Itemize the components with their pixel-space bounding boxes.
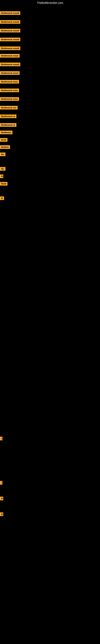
bottleneck-badge-wrapper: Bottleneck result <box>0 62 20 67</box>
bottleneck-result-badge: Bottleneck result <box>0 11 20 15</box>
bottleneck-result-badge: Bottleneck resul <box>0 54 20 58</box>
bottleneck-badge-wrapper: Bottleneck result <box>0 38 20 42</box>
bottleneck-result-badge: B <box>0 497 3 500</box>
bottleneck-badge-wrapper: B <box>0 174 3 179</box>
bottleneck-badge-wrapper: Bottlenec <box>0 130 12 135</box>
bottleneck-badge-wrapper: Bottleneck resu <box>0 97 19 102</box>
bottleneck-result-badge: Bottleneck res <box>0 106 18 110</box>
bottleneck-result-badge: Bottleneck resu <box>0 97 19 101</box>
bottleneck-badge-wrapper: Bo <box>0 167 5 172</box>
bottleneck-badge-wrapper: Bottleneck result <box>0 20 20 24</box>
bottleneck-badge-wrapper: Bottleneck re <box>0 123 16 128</box>
bottleneck-result-badge: Bo <box>0 152 5 156</box>
bottleneck-badge-wrapper: B <box>0 512 3 517</box>
bottleneck-result-badge: Bottl <box>0 182 7 186</box>
bottleneck-result-badge: Bottleneck resu <box>0 88 19 92</box>
bottleneck-result-badge: Bo <box>0 167 5 171</box>
bottleneck-badge-wrapper: Bottleneck resu <box>0 88 19 93</box>
bottleneck-result-badge: B <box>0 174 3 178</box>
site-title: TheBottlenecker.com <box>0 0 100 6</box>
bottleneck-badge-wrapper: Bottl <box>0 138 7 142</box>
bottleneck-badge-wrapper: Bottl <box>0 182 7 186</box>
bottleneck-badge-wrapper: Bo <box>0 152 5 157</box>
bottleneck-result-badge: Bottleneck result <box>0 62 20 66</box>
bottleneck-badge-wrapper: | <box>0 437 2 441</box>
bottleneck-badge-wrapper: Bottleneck resul <box>0 54 20 58</box>
bottleneck-badge-wrapper: Bottleneck resul <box>0 71 20 76</box>
bottleneck-result-badge: | <box>0 481 2 484</box>
bottleneck-result-badge: Bottlen <box>0 145 10 149</box>
bottleneck-badge-wrapper: Bottleneck re <box>0 114 16 119</box>
bottleneck-badge-wrapper: B <box>0 196 4 201</box>
bottleneck-badge-wrapper: Bottleneck result <box>0 11 20 16</box>
bottleneck-badge-wrapper: Bottleneck result <box>0 46 20 51</box>
bottleneck-result-badge: Bottleneck resul <box>0 71 20 75</box>
bottleneck-result-badge: B <box>0 512 3 516</box>
bottleneck-result-badge: Bottleneck result <box>0 46 20 50</box>
bottleneck-result-badge: Bottleneck result <box>0 29 20 32</box>
bottleneck-result-badge: B <box>0 196 4 200</box>
bottleneck-badge-wrapper: Bottleneck resu <box>0 80 19 84</box>
bottleneck-result-badge: Bottleneck result <box>0 38 20 41</box>
bottleneck-badge-wrapper: | <box>0 481 2 486</box>
bottleneck-result-badge: Bottleneck resu <box>0 80 19 84</box>
bottleneck-result-badge: Bottleneck re <box>0 123 16 127</box>
bottleneck-result-badge: | <box>0 437 2 440</box>
bottleneck-badge-wrapper: Bottleneck res <box>0 106 18 110</box>
bottleneck-result-badge: Bottleneck re <box>0 114 16 118</box>
bottleneck-result-badge: Bottl <box>0 138 7 142</box>
bottleneck-result-badge: Bottleneck result <box>0 20 20 24</box>
bottleneck-badge-wrapper: Bottlen <box>0 145 10 150</box>
bottleneck-result-badge: Bottlenec <box>0 130 12 134</box>
bottleneck-badge-wrapper: Bottleneck result <box>0 29 20 33</box>
bottleneck-badge-wrapper: B <box>0 497 3 501</box>
